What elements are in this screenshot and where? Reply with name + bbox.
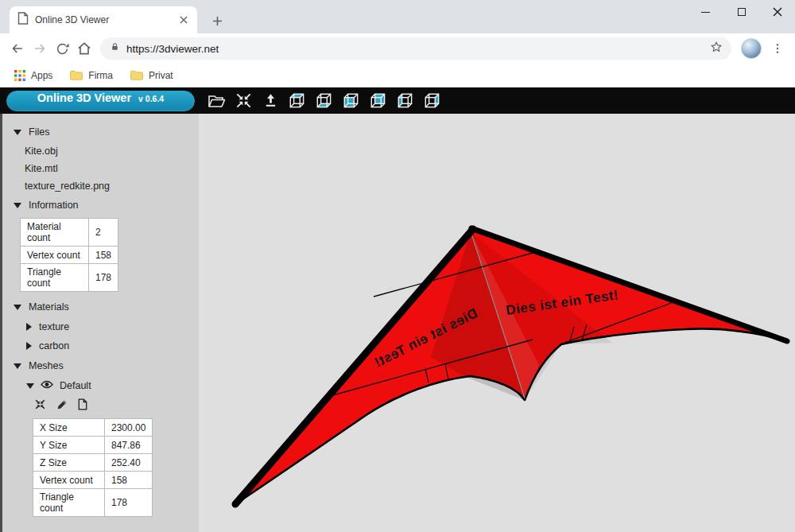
info-label: Material count (21, 219, 89, 247)
collapse-triangle-icon (14, 363, 21, 369)
bookmarks-bar: Apps Firma Privat (0, 64, 795, 87)
bookmark-folder-privat[interactable]: Privat (126, 68, 181, 83)
back-button[interactable] (6, 37, 29, 60)
maximize-button[interactable] (723, 0, 759, 24)
forward-button[interactable] (29, 37, 51, 60)
collapse-triangle-icon (14, 130, 21, 135)
back-icon (10, 41, 25, 56)
bookmark-star-icon[interactable] (709, 40, 723, 57)
folder-icon (130, 70, 143, 80)
section-meshes[interactable]: Meshes (2, 355, 199, 376)
view-right-button[interactable] (422, 91, 443, 111)
address-bar[interactable]: https://3dviewer.net (100, 37, 731, 60)
table-row: Material count2 (21, 219, 118, 247)
table-row: Vertex count158 (33, 472, 153, 489)
app-title: Online 3D Viewer (37, 91, 131, 104)
mesh-name: Default (60, 380, 91, 391)
material-item-carbon[interactable]: carbon (2, 336, 199, 355)
file-item[interactable]: Kite.obj (2, 142, 199, 160)
close-button[interactable] (759, 0, 795, 24)
section-title: Materials (29, 301, 69, 313)
edit-material-pencil-icon[interactable] (56, 399, 68, 413)
kite-model: Dies ist ein Test! Dies ist ein Test! (199, 114, 795, 532)
section-materials[interactable]: Materials (2, 297, 199, 317)
detail-value: 252.40 (105, 454, 153, 472)
fit-to-window-button[interactable] (233, 91, 254, 111)
view-bottom-button[interactable] (314, 91, 335, 111)
material-name: texture (39, 321, 69, 332)
material-item-texture[interactable]: texture (2, 317, 199, 336)
bookmark-folder-firma[interactable]: Firma (65, 68, 121, 83)
detail-label: Y Size (33, 437, 105, 454)
main-area: Files Kite.obj Kite.mtl texture_redkite.… (0, 114, 795, 532)
url-text: https://3dviewer.net (126, 43, 709, 55)
table-row: Triangle count178 (33, 489, 153, 517)
section-files[interactable]: Files (2, 122, 199, 142)
fit-arrows-icon (235, 91, 253, 110)
information-table: Material count2 Vertex count158 Triangle… (20, 218, 118, 292)
mesh-details-page-icon[interactable] (78, 398, 87, 413)
info-value: 158 (89, 247, 118, 264)
forward-icon (32, 41, 48, 56)
expand-triangle-icon (26, 323, 32, 331)
fit-mesh-icon[interactable] (34, 398, 46, 413)
bookmark-apps[interactable]: Apps (10, 68, 60, 83)
info-value: 2 (89, 219, 118, 247)
table-row: Vertex count158 (21, 247, 118, 264)
up-arrow-icon (262, 92, 279, 109)
table-row: Triangle count178 (21, 264, 118, 292)
view-front-button[interactable] (341, 91, 362, 111)
navigation-bar: https://3dviewer.net (0, 33, 795, 64)
app-header: Online 3D Viewer v 0.6.4 (0, 87, 795, 114)
apps-grid-icon (14, 70, 25, 81)
expand-triangle-icon (26, 342, 32, 350)
info-label: Vertex count (21, 247, 89, 264)
view-left-button[interactable] (395, 91, 416, 111)
tab-close-icon[interactable] (176, 13, 191, 27)
view-back-button[interactable] (368, 91, 389, 111)
cube-top-face-icon (288, 91, 307, 111)
open-file-button[interactable] (206, 91, 227, 111)
detail-label: Z Size (33, 454, 105, 472)
app-version: v 0.6.4 (138, 94, 164, 103)
new-tab-button[interactable] (207, 10, 227, 31)
info-label: Triangle count (21, 264, 89, 292)
sidebar: Files Kite.obj Kite.mtl texture_redkite.… (2, 114, 199, 532)
table-row: Y Size847.86 (33, 437, 153, 454)
minimize-icon (701, 12, 710, 13)
bookmark-label: Firma (88, 70, 113, 81)
mesh-toolbar (2, 395, 199, 416)
app-toolbar (206, 91, 443, 111)
collapse-triangle-icon (14, 305, 21, 310)
viewport-3d-canvas[interactable]: Dies ist ein Test! Dies ist ein Test! (199, 114, 795, 532)
detail-value: 178 (105, 489, 153, 517)
lock-icon (110, 41, 120, 56)
section-information[interactable]: Information (2, 195, 199, 216)
bookmark-label: Apps (31, 70, 52, 81)
file-item[interactable]: Kite.mtl (2, 160, 199, 177)
browser-menu-button[interactable] (766, 37, 789, 60)
app-title-button[interactable]: Online 3D Viewer v 0.6.4 (6, 91, 195, 111)
profile-avatar[interactable] (741, 38, 762, 59)
browser-tab[interactable]: Online 3D Viewer (10, 6, 197, 33)
bookmark-label: Privat (149, 70, 173, 81)
file-item[interactable]: texture_redkite.png (2, 177, 199, 195)
home-button[interactable] (73, 37, 95, 60)
reload-button[interactable] (51, 37, 73, 60)
detail-value: 2300.00 (105, 419, 153, 437)
detail-value: 847.86 (105, 437, 153, 454)
minimize-button[interactable] (688, 0, 723, 24)
window-controls (688, 0, 795, 24)
detail-label: Vertex count (33, 472, 105, 489)
visibility-eye-icon[interactable] (41, 380, 53, 391)
mesh-item-default[interactable]: Default (2, 376, 199, 395)
section-title: Information (29, 200, 79, 211)
cube-back-face-icon (369, 91, 388, 111)
view-top-button[interactable] (287, 91, 308, 111)
cube-front-face-icon (342, 91, 361, 111)
open-folder-icon (207, 91, 226, 111)
up-direction-button[interactable] (260, 91, 281, 111)
info-value: 178 (89, 264, 118, 292)
collapse-triangle-icon (26, 383, 34, 389)
home-icon (76, 41, 92, 56)
